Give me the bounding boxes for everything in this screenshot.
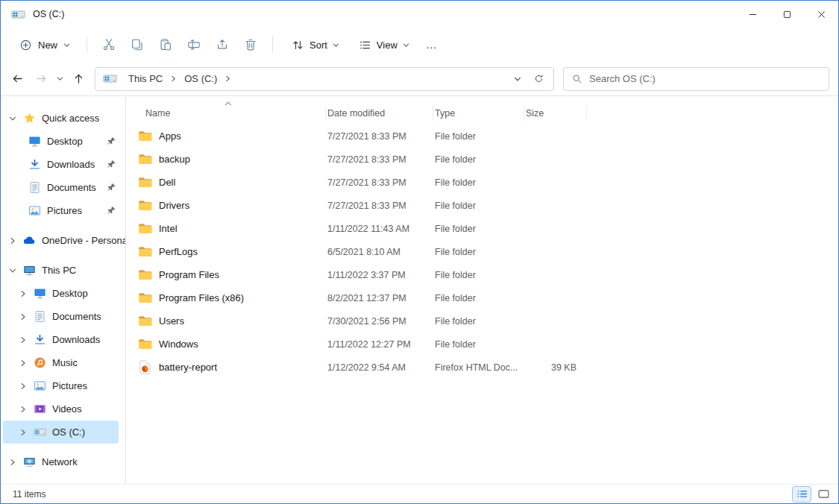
file-row[interactable]: Program Files (x86) 8/2/2021 12:37 PM Fi…: [126, 286, 838, 309]
arrow-right-icon: [35, 72, 48, 85]
file-date: 1/11/2022 11:43 AM: [326, 224, 433, 234]
column-header-type[interactable]: Type: [433, 106, 524, 121]
file-row[interactable]: Drivers 7/27/2021 8:33 PM File folder: [126, 194, 838, 217]
file-row[interactable]: PerfLogs 6/5/2021 8:10 AM File folder: [126, 240, 838, 263]
breadcrumb-os-c[interactable]: OS (C:): [179, 71, 222, 86]
up-button[interactable]: [66, 67, 90, 91]
more-options-button[interactable]: …: [418, 31, 445, 58]
chevron-down-icon: [403, 42, 409, 48]
sidebar-item-music[interactable]: Music: [1, 351, 125, 374]
file-row[interactable]: Dell 7/27/2021 8:33 PM File folder: [126, 171, 838, 194]
chevron-right-icon[interactable]: [19, 290, 27, 297]
sidebar-item-videos[interactable]: Videos: [1, 397, 125, 420]
items-count: 11 items: [13, 489, 45, 500]
sidebar-item-this-pc[interactable]: This PC: [1, 259, 125, 282]
large-icons-view-button[interactable]: [814, 487, 832, 502]
address-bar[interactable]: This PC OS (C:): [95, 67, 554, 91]
column-header-date-modified[interactable]: Date modified: [326, 106, 433, 121]
file-type: File folder: [433, 270, 524, 280]
file-date: 7/27/2021 8:33 PM: [326, 201, 433, 211]
folder-icon: [138, 292, 152, 303]
new-button-label: New: [38, 40, 57, 51]
chevron-down-icon[interactable]: [9, 115, 16, 122]
sidebar-item-quick-access[interactable]: Quick access: [1, 107, 125, 130]
back-button[interactable]: [5, 67, 29, 91]
sidebar-item-label: Desktop: [52, 288, 88, 299]
refresh-button[interactable]: [529, 69, 549, 89]
new-button[interactable]: New: [11, 34, 78, 57]
copy-button[interactable]: [124, 31, 151, 58]
sidebar-item-onedrive[interactable]: OneDrive - Personal: [1, 229, 125, 252]
sidebar-item-label: Quick access: [42, 113, 99, 124]
details-view-button[interactable]: [793, 487, 811, 502]
file-row[interactable]: Users 7/30/2021 2:56 PM File folder: [126, 309, 838, 333]
chevron-right-icon[interactable]: [9, 237, 16, 245]
paste-button[interactable]: [152, 31, 179, 58]
sort-button[interactable]: Sort: [284, 34, 347, 57]
rename-button[interactable]: [180, 31, 207, 58]
share-button[interactable]: [209, 31, 236, 58]
drive-icon: [34, 427, 46, 437]
rename-icon: [187, 38, 201, 51]
sidebar-item-pictures[interactable]: Pictures: [1, 374, 125, 397]
view-button-label: View: [377, 40, 397, 51]
command-bar: New Sort View …: [1, 28, 838, 62]
toolbar-separator: [272, 37, 273, 53]
drive-icon: [11, 10, 25, 19]
close-button[interactable]: [804, 1, 838, 28]
copy-icon: [131, 38, 144, 51]
view-button[interactable]: View: [351, 34, 417, 57]
file-name: PerfLogs: [159, 246, 198, 257]
chevron-right-icon[interactable]: [224, 75, 231, 82]
file-row[interactable]: backup 7/27/2021 8:33 PM File folder: [126, 148, 838, 171]
forward-button[interactable]: [29, 67, 53, 91]
breadcrumb-this-pc[interactable]: This PC: [123, 71, 168, 86]
chevron-right-icon[interactable]: [170, 75, 177, 82]
minimize-button[interactable]: [735, 1, 770, 28]
file-date: 6/5/2021 8:10 AM: [326, 247, 433, 257]
sidebar-item-documents[interactable]: Documents: [1, 305, 125, 328]
maximize-button[interactable]: [770, 1, 804, 28]
downloads-icon: [34, 333, 46, 346]
sidebar-item-desktop-quick[interactable]: Desktop: [1, 130, 125, 153]
column-header-size[interactable]: Size: [524, 106, 587, 121]
file-row[interactable]: battery-report 1/12/2022 9:54 AM Firefox…: [126, 356, 838, 379]
address-dropdown-button[interactable]: [507, 69, 527, 89]
file-row[interactable]: Apps 7/27/2021 8:33 PM File folder: [126, 125, 838, 148]
network-icon: [23, 456, 36, 468]
chevron-right-icon[interactable]: [19, 382, 27, 390]
search-input[interactable]: [589, 73, 820, 84]
chevron-right-icon[interactable]: [19, 336, 27, 344]
recent-locations-button[interactable]: [53, 67, 66, 91]
sidebar-item-desktop[interactable]: Desktop: [1, 282, 125, 305]
sidebar-item-label: Desktop: [47, 136, 83, 147]
chevron-right-icon[interactable]: [19, 313, 27, 321]
chevron-right-icon[interactable]: [19, 359, 27, 367]
quick-access-star-icon: [23, 112, 36, 125]
chevron-right-icon[interactable]: [9, 459, 16, 466]
sidebar-item-network[interactable]: Network: [1, 450, 125, 473]
file-type: File folder: [433, 247, 524, 257]
title-bar: OS (C:): [1, 1, 838, 28]
file-row[interactable]: Program Files 1/11/2022 3:37 PM File fol…: [126, 263, 838, 286]
delete-button[interactable]: [237, 31, 264, 58]
sidebar-item-downloads[interactable]: Downloads: [1, 328, 125, 351]
window-controls: [735, 1, 838, 28]
sidebar-item-documents-quick[interactable]: Documents: [1, 176, 125, 199]
sidebar-item-os-c-selected[interactable]: OS (C:): [3, 420, 119, 444]
folder-icon: [138, 315, 152, 327]
column-header-name[interactable]: Name: [126, 106, 326, 121]
chevron-right-icon[interactable]: [19, 406, 27, 413]
pictures-icon: [34, 379, 46, 392]
arrow-up-icon: [72, 72, 85, 85]
cut-button[interactable]: [95, 31, 122, 58]
sidebar-item-label: Downloads: [47, 159, 95, 170]
file-row[interactable]: Windows 1/11/2022 12:27 PM File folder: [126, 333, 838, 356]
search-box[interactable]: [563, 67, 829, 91]
chevron-down-icon[interactable]: [9, 267, 16, 274]
chevron-right-icon[interactable]: [19, 429, 27, 436]
sidebar-item-pictures-quick[interactable]: Pictures: [1, 199, 125, 222]
search-icon: [572, 74, 582, 84]
file-row[interactable]: Intel 1/11/2022 11:43 AM File folder: [126, 217, 838, 240]
sidebar-item-downloads-quick[interactable]: Downloads: [1, 153, 125, 176]
